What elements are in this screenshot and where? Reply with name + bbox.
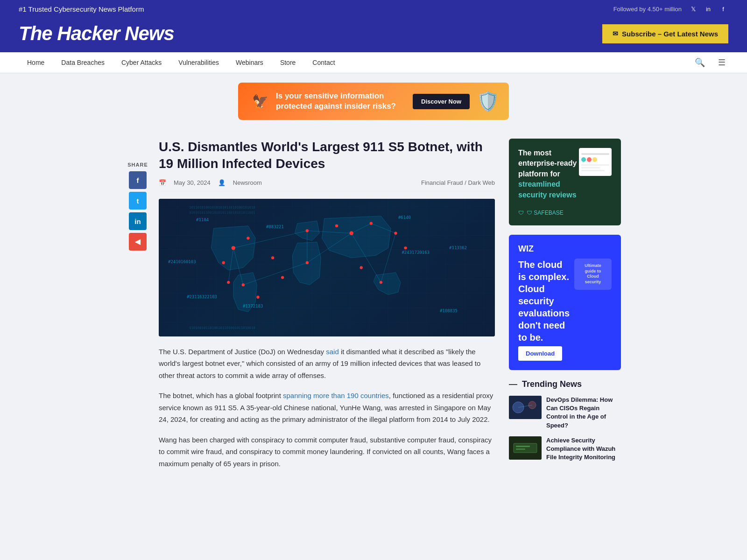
main-container: SHARE f t in ◀ U.S. Dismantles World's L…: [117, 125, 630, 492]
twitter-icon[interactable]: 𝕏: [688, 4, 698, 14]
article-category[interactable]: Financial Fraud / Dark Web: [421, 179, 495, 186]
svg-point-11: [232, 246, 235, 250]
site-title[interactable]: The Hacker News: [19, 22, 174, 45]
svg-point-26: [281, 276, 284, 279]
top-bar: #1 Trusted Cybersecurity News Platform F…: [0, 0, 747, 18]
nav-home[interactable]: Home: [19, 52, 53, 73]
svg-rect-46: [516, 448, 525, 450]
svg-point-21: [335, 224, 338, 227]
trending-thumb-1: [509, 396, 542, 419]
article-paragraph-2: The botnet, which has a global footprint…: [159, 390, 495, 426]
trending-title: Trending News: [509, 379, 621, 389]
top-bar-right: Followed by 4.50+ million 𝕏 in f: [613, 4, 728, 14]
svg-point-15: [242, 283, 245, 286]
svg-rect-38: [581, 170, 605, 171]
svg-text:110100101101001011010010110100: 11010010110100101101001011010010: [189, 326, 255, 330]
map-svg: 10110101001010101011010100101010 0101010…: [159, 199, 495, 336]
safebase-logo: 🛡 🛡 SAFEBASE: [518, 210, 612, 216]
trending-thumb-2: [509, 436, 542, 460]
share-sidebar: SHARE f t in ◀: [126, 139, 149, 478]
tagline: #1 Trusted Cybersecurity News Platform: [19, 5, 144, 13]
svg-point-25: [360, 266, 363, 269]
share-more-button[interactable]: ◀: [129, 233, 147, 251]
article-hero-image: 10110101001010101011010100101010 0101010…: [159, 199, 495, 336]
followers-text: Followed by 4.50+ million: [613, 6, 682, 13]
svg-text:010101011001010101100101010110: 01010101100101010110010101011001: [189, 210, 255, 214]
trending-item-1[interactable]: DevOps Dilemma: How Can CISOs Regain Con…: [509, 396, 621, 430]
svg-point-33: [581, 157, 586, 162]
svg-point-18: [370, 222, 373, 224]
facebook-icon[interactable]: f: [718, 4, 728, 14]
svg-point-27: [256, 295, 259, 298]
nav-data-breaches[interactable]: Data Breaches: [53, 52, 113, 73]
trending-item-1-title[interactable]: DevOps Dilemma: How Can CISOs Regain Con…: [546, 396, 621, 430]
article-title: U.S. Dismantles World's Largest 911 S5 B…: [159, 139, 495, 173]
share-facebook-button[interactable]: f: [129, 171, 147, 189]
safebase-ad-title: The most enterprise-ready platform for s…: [518, 148, 579, 200]
article-meta: 📅 May 30, 2024 👤 Newsroom Financial Frau…: [159, 179, 495, 191]
article-date: May 30, 2024: [174, 179, 211, 186]
nav-icons: 🔍 ☰: [692, 55, 728, 70]
nav-cyber-attacks[interactable]: Cyber Attacks: [113, 52, 170, 73]
nav-vulnerabilities[interactable]: Vulnerabilities: [170, 52, 227, 73]
ad-bird-icon: 🦅: [252, 94, 268, 109]
svg-point-16: [306, 261, 309, 264]
wiz-ad[interactable]: WIZ The cloud is complex. Cloud security…: [509, 235, 621, 370]
svg-text:101101010010101010110101001010: 10110101001010101011010100101010: [189, 205, 255, 210]
article-section: SHARE f t in ◀ U.S. Dismantles World's L…: [126, 139, 495, 478]
svg-point-22: [271, 256, 274, 259]
trending-item-2-title[interactable]: Achieve Security Compliance with Wazuh F…: [546, 436, 621, 462]
wiz-ad-title: The cloud is complex. Cloud security eva…: [518, 259, 570, 343]
site-header: The Hacker News ✉ Subscribe – Get Latest…: [0, 18, 747, 52]
subscribe-button[interactable]: ✉ Subscribe – Get Latest News: [602, 24, 728, 43]
sidebar: The most enterprise-ready platform for s…: [509, 139, 621, 478]
svg-point-20: [227, 281, 230, 284]
article-link-countries[interactable]: spanning more than 190 countries: [283, 392, 389, 399]
wiz-download-button[interactable]: Download: [518, 346, 562, 361]
linkedin-icon[interactable]: in: [703, 4, 713, 14]
article-meta-left: 📅 May 30, 2024 👤 Newsroom: [159, 179, 262, 186]
svg-point-13: [306, 229, 309, 232]
social-icons: 𝕏 in f: [688, 4, 728, 14]
svg-point-19: [394, 231, 397, 234]
calendar-icon: 📅: [159, 179, 166, 186]
subscribe-label: Subscribe – Get Latest News: [622, 30, 718, 38]
nav-contact[interactable]: Contact: [304, 52, 343, 73]
article-paragraph-1: The U.S. Department of Justice (DoJ) on …: [159, 346, 495, 382]
safebase-ad[interactable]: The most enterprise-ready platform for s…: [509, 139, 621, 225]
trending-item-2[interactable]: Achieve Security Compliance with Wazuh F…: [509, 436, 621, 462]
wiz-logo: WIZ: [518, 244, 612, 254]
nav-links: Home Data Breaches Cyber Attacks Vulnera…: [19, 52, 344, 73]
share-linkedin-button[interactable]: in: [129, 212, 147, 230]
navigation: Home Data Breaches Cyber Attacks Vulnera…: [0, 52, 747, 73]
ad-shield-icon: 🛡️: [476, 91, 500, 112]
share-twitter-button[interactable]: t: [129, 192, 147, 210]
svg-point-24: [222, 261, 225, 264]
svg-rect-44: [514, 443, 537, 453]
svg-rect-45: [516, 446, 530, 447]
svg-point-17: [380, 281, 382, 284]
article-body: The U.S. Department of Justice (DoJ) on …: [159, 346, 495, 470]
article-author[interactable]: Newsroom: [233, 179, 262, 186]
article-link-said[interactable]: said: [326, 348, 339, 356]
svg-rect-32: [581, 153, 609, 155]
safebase-highlight: streamlined security reviews: [518, 180, 577, 198]
svg-point-12: [247, 237, 249, 239]
nav-webinars[interactable]: Webinars: [227, 52, 272, 73]
svg-point-34: [587, 157, 592, 162]
safebase-shield-icon: 🛡: [518, 210, 524, 216]
svg-point-14: [349, 231, 353, 235]
person-icon: 👤: [218, 179, 226, 186]
article-paragraph-3: Wang has been charged with conspiracy to…: [159, 434, 495, 470]
nav-store[interactable]: Store: [272, 52, 304, 73]
svg-rect-37: [581, 167, 600, 168]
svg-rect-36: [581, 164, 609, 166]
ad-banner-text: Is your sensitive informationprotected a…: [276, 91, 396, 112]
search-button[interactable]: 🔍: [692, 55, 708, 70]
trending-section: Trending News DevOps Dilemma: How Can CI…: [509, 379, 621, 462]
wiz-guide-text: Ultimate guide to Cloud security: [579, 263, 607, 285]
article-content: U.S. Dismantles World's Largest 911 S5 B…: [159, 139, 495, 478]
ad-discover-button[interactable]: Discover Now: [413, 94, 470, 109]
world-map: 10110101001010101011010100101010 0101010…: [159, 199, 495, 336]
menu-button[interactable]: ☰: [715, 55, 728, 70]
